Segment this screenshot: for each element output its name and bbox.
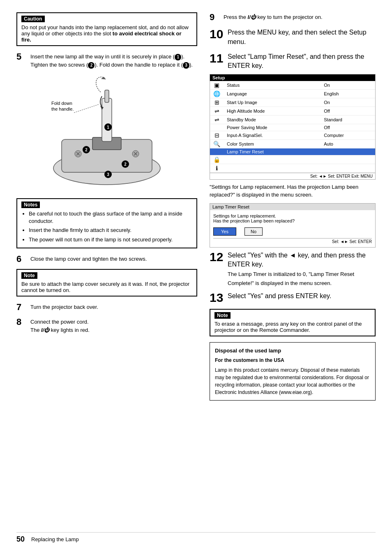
step-9-number: 9 <box>210 12 221 22</box>
lamp-timer-dialog-text: Settings for Lamp replacement.Has the pr… <box>213 213 372 223</box>
menu-row-startup: ⊞ Start Up Image On <box>210 98 375 107</box>
menu-value-standby: Standard <box>321 115 375 124</box>
menu-label-lamp-timer: Lamp Timer Reset <box>224 148 321 155</box>
page: Caution Do not put your hands into the l… <box>0 0 392 556</box>
setup-menu-footer: Set: ◄► Set: ENTER Exit: MENU <box>210 173 375 179</box>
step-11-number: 11 <box>210 52 225 71</box>
svg-marker-11 <box>101 77 106 79</box>
menu-label-language: Language <box>224 89 321 98</box>
yes-button[interactable]: Yes <box>213 227 236 236</box>
step-8: 8 Connect the power cord. The I/⏻ key li… <box>16 317 197 334</box>
menu-value-lamp-timer <box>321 148 375 155</box>
step-5-number: 5 <box>16 52 28 69</box>
menu-icon-color: 🔍 <box>210 139 224 148</box>
step-12-number: 12 <box>210 251 225 288</box>
menu-label-status: Status <box>224 81 321 90</box>
page-footer-label: Replacing the Lamp <box>31 536 79 542</box>
dialog-buttons: Yes No <box>213 227 372 236</box>
menu-row-color-system: 🔍 Color System Auto <box>210 139 375 148</box>
page-footer: 50 Replacing the Lamp <box>16 532 376 544</box>
step-7-content: Turn the projector back over. <box>30 302 197 312</box>
menu-value-lock <box>321 155 375 164</box>
menu-row-lock: 🔒 <box>210 155 375 164</box>
caution-title: Caution <box>21 16 45 22</box>
step-12: 12 Select "Yes" with the ◄ key, and then… <box>210 251 376 288</box>
menu-row-altitude: ⇌ High Altitude Mode Off <box>210 107 375 115</box>
step-10-number: 10 <box>210 28 225 46</box>
lamp-svg: 1 2 2 3 <box>49 74 164 193</box>
menu-row-info: ℹ <box>210 164 375 172</box>
notes-title: Notes <box>21 202 40 208</box>
step-9-content: Press the I/⏻ key to turn the projector … <box>224 12 376 22</box>
menu-value-altitude: Off <box>321 107 375 115</box>
menu-label-color: Color System <box>224 139 321 148</box>
note-bottom-box: Note To erase a message, press any key o… <box>210 309 376 336</box>
step-6-content: Close the lamp cover and tighten the two… <box>30 254 197 264</box>
note-item-3: The power will not turn on if the lamp i… <box>29 236 192 243</box>
menu-value-color: Auto <box>321 139 375 148</box>
svg-rect-9 <box>102 98 112 141</box>
two-column-layout: Caution Do not put your hands into the l… <box>16 12 376 524</box>
setup-text: "Settings for Lamp replacement. Has the … <box>210 183 376 199</box>
menu-icon-lamp-timer <box>210 148 224 155</box>
step-13-number: 13 <box>210 292 225 304</box>
step-5-content: Insert the new lamp all the way in until… <box>30 52 197 69</box>
menu-row-power-saving: Power Saving Mode Off <box>210 124 375 131</box>
note-step6-title: Note <box>21 272 37 279</box>
step-11-content: Select "Lamp Timer Reset", and then pres… <box>228 52 376 71</box>
page-number: 50 <box>16 535 25 544</box>
menu-icon-info: ℹ <box>210 164 224 172</box>
menu-label-startup: Start Up Image <box>224 98 321 107</box>
step-13: 13 Select "Yes" and press ENTER key. <box>210 292 376 304</box>
notes-box: Notes Be careful not to touch the glass … <box>16 198 197 248</box>
menu-label-input-a: Input-A SignalSel. <box>224 131 321 139</box>
fold-label: Fold down the handle. <box>51 100 74 112</box>
menu-value-status: On <box>321 81 375 90</box>
setup-menu: Setup ▣ Status On 🌐 Language English <box>210 74 376 180</box>
svg-line-21 <box>74 104 99 113</box>
menu-value-language: English <box>321 89 375 98</box>
step-6-number: 6 <box>16 254 28 264</box>
lamp-timer-dialog-title: Lamp Timer Reset <box>210 204 375 210</box>
step-10: 10 Press the MENU key, and then select t… <box>210 28 376 46</box>
menu-value-startup: On <box>321 98 375 107</box>
left-column: Caution Do not put your hands into the l… <box>16 12 197 524</box>
notes-list: Be careful not to touch the glass surfac… <box>21 210 192 243</box>
key-symbol-9: I/⏻ <box>248 14 256 20</box>
menu-icon-lock: 🔒 <box>210 155 224 164</box>
setup-menu-table: ▣ Status On 🌐 Language English ⊞ Start U… <box>210 81 375 173</box>
svg-text:2: 2 <box>85 148 88 152</box>
menu-icon-standby: ⇌ <box>210 115 224 124</box>
menu-label-altitude: High Altitude Mode <box>224 107 321 115</box>
step-13-content: Select "Yes" and press ENTER key. <box>228 292 376 304</box>
step-8-number: 8 <box>16 317 28 334</box>
menu-icon-power-saving <box>210 124 224 131</box>
menu-label-standby: Standby Mode <box>224 115 321 124</box>
menu-value-power-saving: Off <box>321 124 375 131</box>
caution-box: Caution Do not put your hands into the l… <box>16 12 197 46</box>
menu-icon-startup: ⊞ <box>210 98 224 107</box>
note-step6-box: Note Be sure to attach the lamp cover se… <box>16 269 197 297</box>
menu-icon-input-a: ⊟ <box>210 131 224 139</box>
menu-row-standby: ⇌ Standby Mode Standard <box>210 115 375 124</box>
circle-2: 2 <box>88 62 95 69</box>
menu-icon-status: ▣ <box>210 81 224 90</box>
menu-row-language: 🌐 Language English <box>210 89 375 98</box>
menu-value-info <box>321 164 375 172</box>
note-item-1: Be careful not to touch the glass surfac… <box>29 210 192 225</box>
step-11: 11 Select "Lamp Timer Reset", and then p… <box>210 52 376 71</box>
step-10-content: Press the MENU key, and then select the … <box>228 28 376 46</box>
note-bottom-title: Note <box>214 312 231 319</box>
svg-rect-10 <box>105 90 109 102</box>
menu-icon-language: 🌐 <box>210 89 224 98</box>
step-6: 6 Close the lamp cover and tighten the t… <box>16 254 197 264</box>
disposal-text: Lamp in this product contains mercury. D… <box>215 366 370 396</box>
menu-icon-altitude: ⇌ <box>210 107 224 115</box>
right-column: 9 Press the I/⏻ key to turn the projecto… <box>210 12 376 524</box>
menu-row-lamp-timer: Lamp Timer Reset <box>210 148 375 155</box>
menu-value-input-a: Computer <box>321 131 375 139</box>
note-step6-text: Be sure to attach the lamp cover securel… <box>21 281 192 293</box>
no-button[interactable]: No <box>244 227 263 236</box>
svg-text:1: 1 <box>107 125 109 130</box>
disposal-title: Disposal of the used lamp <box>215 347 370 355</box>
